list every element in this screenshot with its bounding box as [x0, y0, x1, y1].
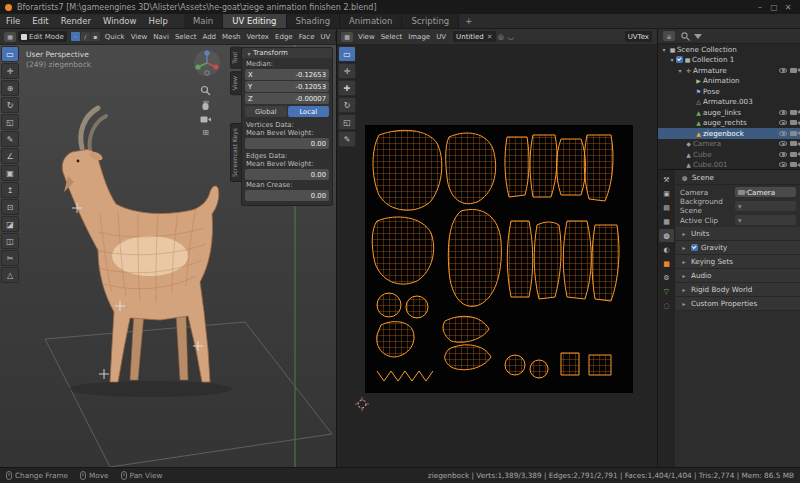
- outliner-row-auge-links[interactable]: ▲ auge_links: [658, 107, 800, 118]
- rotate-tool[interactable]: ↻: [338, 97, 356, 113]
- minimize-button[interactable]: –: [753, 3, 767, 12]
- edge-crease-field[interactable]: 0.00: [245, 190, 329, 201]
- edge-select-button[interactable]: /: [81, 32, 90, 41]
- section-custom-properties[interactable]: ▸ Custom Properties: [676, 297, 800, 311]
- add-workspace-button[interactable]: +: [459, 14, 478, 28]
- scale-tool[interactable]: ◱: [1, 114, 19, 130]
- inset-faces-tool[interactable]: ⊡: [1, 199, 19, 215]
- object-properties-tab[interactable]: ■: [659, 257, 674, 270]
- zoom-icon[interactable]: [200, 85, 211, 96]
- outliner-row-collection-1[interactable]: ▾ ▦ Collection 1: [658, 55, 800, 66]
- editor-type-icon[interactable]: ▩: [341, 32, 353, 42]
- collection-checkbox[interactable]: [676, 56, 683, 63]
- menu-help[interactable]: Help: [142, 14, 173, 28]
- tool-properties-tab[interactable]: ⚒: [659, 173, 674, 186]
- menu-face[interactable]: Face: [296, 33, 318, 41]
- global-button[interactable]: Global: [245, 106, 287, 117]
- world-properties-tab[interactable]: ◐: [659, 243, 674, 256]
- tab-uv-editing[interactable]: UV Editing: [223, 14, 286, 28]
- background-scene-field[interactable]: ▾: [735, 201, 796, 211]
- measure-tool[interactable]: ∠: [1, 148, 19, 164]
- image-selector[interactable]: Untitled ✕: [453, 31, 496, 42]
- camera-field[interactable]: Camera: [735, 187, 796, 197]
- annotate-tool[interactable]: ✎: [1, 131, 19, 147]
- hide-eye-icon[interactable]: [779, 110, 787, 115]
- properties-editor[interactable]: ⚒ ▣ ▤ ▦ ◍ ◐ ■ ⚙ ▽ ◌ ◍ Scene Camera Camer…: [658, 170, 800, 467]
- render-properties-tab[interactable]: ▣: [659, 187, 674, 200]
- menu-select[interactable]: Select: [172, 33, 200, 41]
- goat-mesh[interactable]: [62, 108, 218, 382]
- render-visibility-icon[interactable]: [790, 141, 797, 146]
- uv-2d-cursor[interactable]: [355, 397, 369, 411]
- menu-vertex[interactable]: Vertex: [244, 33, 273, 41]
- outliner-row-animation[interactable]: ▶ Animation: [658, 76, 800, 87]
- bevel-tool[interactable]: ◪: [1, 216, 19, 232]
- active-clip-field[interactable]: ▾: [735, 215, 796, 225]
- pan-hand-icon[interactable]: [200, 100, 211, 111]
- viewport-3d[interactable]: ▦ Edit Mode · / ▪ Quick View Navi Select…: [0, 29, 336, 467]
- transform-panel-header[interactable]: ▾ Transform: [242, 48, 332, 58]
- tab-shading[interactable]: Shading: [287, 14, 341, 28]
- render-visibility-icon[interactable]: [790, 152, 797, 157]
- tab-scripting[interactable]: Scripting: [402, 14, 459, 28]
- median-y-field[interactable]: Y -0.12053: [245, 81, 329, 92]
- outliner-row-cube[interactable]: ▲ Cube: [658, 149, 800, 160]
- menu-quick[interactable]: Quick: [102, 33, 128, 41]
- hide-eye-icon[interactable]: [779, 68, 787, 73]
- annotate-tool[interactable]: ✎: [338, 131, 356, 147]
- hide-eye-icon[interactable]: [779, 152, 787, 157]
- physics-properties-tab[interactable]: ◌: [659, 299, 674, 312]
- menu-view[interactable]: View: [128, 33, 151, 41]
- view-layer-properties-tab[interactable]: ▦: [659, 215, 674, 228]
- hide-eye-icon[interactable]: [779, 120, 787, 125]
- tab-animation[interactable]: Animation: [340, 14, 402, 28]
- scale-tool[interactable]: ◱: [338, 114, 356, 130]
- data-properties-tab[interactable]: ▽: [659, 285, 674, 298]
- move-tool[interactable]: ✚: [338, 80, 356, 96]
- loop-cut-tool[interactable]: ◫: [1, 233, 19, 249]
- modifier-properties-tab[interactable]: ⚙: [659, 271, 674, 284]
- edge-bevel-field[interactable]: 0.00: [245, 169, 329, 180]
- move-tool[interactable]: ⊕: [1, 80, 19, 96]
- gravity-checkbox[interactable]: [691, 244, 698, 251]
- menu-window[interactable]: Window: [97, 14, 143, 28]
- tab-main[interactable]: Main: [184, 14, 223, 28]
- render-visibility-icon[interactable]: [790, 110, 797, 115]
- section-gravity[interactable]: ▸ Gravity: [676, 241, 800, 255]
- maximize-button[interactable]: ▢: [767, 3, 781, 12]
- uv-menu-select[interactable]: Select: [378, 33, 406, 41]
- perspective-toggle-icon[interactable]: ⊞: [202, 128, 209, 137]
- mode-dropdown[interactable]: Edit Mode: [18, 31, 67, 42]
- outliner-row-armature[interactable]: ▾ ✛ Armature: [658, 65, 800, 76]
- add-cube-tool[interactable]: ▣: [1, 165, 19, 181]
- orientation-dropdown[interactable]: Global: [335, 31, 336, 42]
- hide-eye-icon[interactable]: [779, 141, 787, 146]
- navigation-gizmo[interactable]: [192, 48, 222, 78]
- outliner[interactable]: ≡ ▾ ▦ Scene Collection ▾ ▦ Collection 1 …: [658, 29, 800, 169]
- outliner-row-auge-rechts[interactable]: ▲ auge_rechts: [658, 118, 800, 129]
- editor-type-icon[interactable]: ≡: [663, 31, 675, 41]
- vertex-bevel-field[interactable]: 0.00: [245, 138, 329, 149]
- uv-menu-view[interactable]: View: [355, 33, 378, 41]
- menu-edit[interactable]: Edit: [26, 14, 54, 28]
- box-select-tool[interactable]: ▭: [338, 46, 356, 62]
- menu-render[interactable]: Render: [55, 14, 97, 28]
- vertex-select-button[interactable]: ·: [71, 32, 80, 41]
- render-visibility-icon[interactable]: [790, 162, 797, 167]
- local-button[interactable]: Local: [288, 106, 330, 117]
- uv-menu-image[interactable]: Image: [405, 33, 433, 41]
- median-x-field[interactable]: X -0.12653: [245, 69, 329, 80]
- render-visibility-icon[interactable]: [790, 68, 797, 73]
- search-icon[interactable]: [681, 32, 690, 41]
- camera-view-icon[interactable]: [200, 115, 211, 124]
- expand-icon[interactable]: ▾: [660, 46, 668, 53]
- menu-mesh[interactable]: Mesh: [219, 33, 243, 41]
- extrude-tool[interactable]: ↥: [1, 182, 19, 198]
- hide-eye-icon[interactable]: [779, 131, 787, 136]
- section-units[interactable]: ▸ Units: [676, 227, 800, 241]
- close-button[interactable]: ✕: [781, 3, 795, 12]
- expand-icon[interactable]: ▾: [676, 67, 684, 74]
- render-visibility-icon[interactable]: [790, 120, 797, 125]
- scene-properties-tab[interactable]: ◍: [659, 229, 674, 242]
- hide-eye-icon[interactable]: [779, 162, 787, 167]
